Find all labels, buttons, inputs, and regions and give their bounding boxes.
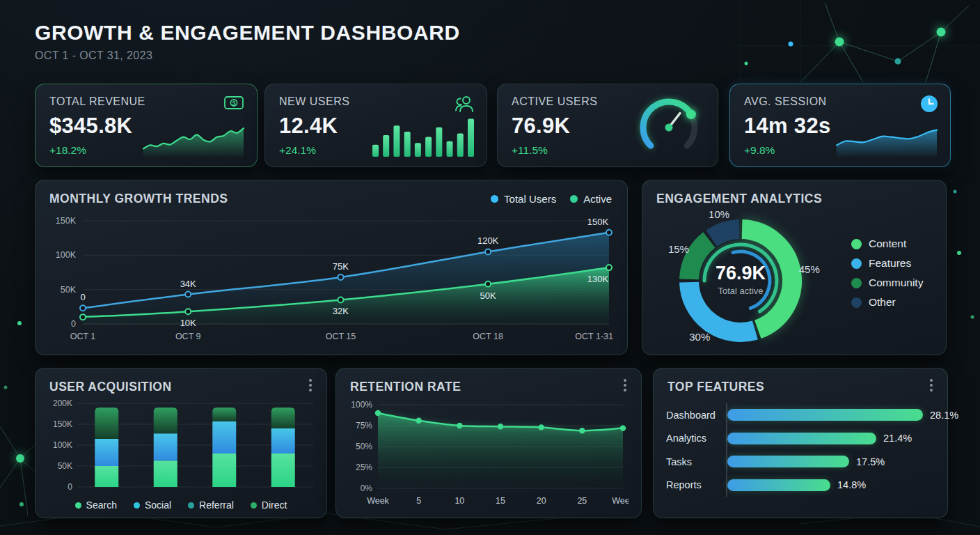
- kpi-value: 12.4K: [279, 114, 338, 139]
- svg-text:25%: 25%: [356, 463, 372, 472]
- kpi-value: $345.8K: [49, 114, 132, 139]
- dashboard: GROWTH & ENGAGEMENT DASHBOARD OCT 1 - OC…: [0, 0, 980, 535]
- svg-text:150K: 150K: [53, 419, 72, 429]
- acquisition-chart: 200K150K100K50K0: [45, 398, 317, 502]
- svg-text:45%: 45%: [799, 263, 820, 275]
- monthly-chart: 150K100K50K0034K75K120K150K10K32K50K130K…: [49, 212, 613, 349]
- kpi-delta: +9.8%: [744, 144, 775, 157]
- engagement-legend: Content Features Community Other: [851, 238, 923, 309]
- feature-value: 17.5%: [856, 456, 885, 467]
- legend-dot: [570, 195, 578, 203]
- monthly-legend: Total Users Active: [491, 193, 612, 205]
- svg-text:50K: 50K: [58, 461, 72, 471]
- svg-text:0: 0: [68, 482, 72, 492]
- kpi-delta: +24.1%: [279, 144, 316, 157]
- panel-title: RETENTION RATE: [350, 380, 461, 394]
- svg-text:50K: 50K: [480, 290, 496, 301]
- menu-button[interactable]: [617, 377, 633, 394]
- feature-value: 14.8%: [837, 479, 866, 490]
- svg-text:50%: 50%: [356, 442, 372, 451]
- date-range: OCT 1 - OCT 31, 2023: [35, 49, 460, 62]
- svg-text:75%: 75%: [356, 421, 372, 431]
- svg-text:Week: Week: [612, 496, 629, 506]
- svg-text:100K: 100K: [53, 440, 72, 450]
- svg-text:15%: 15%: [668, 243, 689, 255]
- panel-retention: RETENTION RATE 100%75%50%25%0%Week510152…: [335, 368, 642, 518]
- dashboard-header: GROWTH & ENGAGEMENT DASHBOARD OCT 1 - OC…: [35, 21, 460, 62]
- svg-text:10: 10: [455, 496, 464, 506]
- panel-top-features: TOP FEATURES Dashboard 28.1% Analytics 2…: [653, 368, 948, 518]
- users-icon: [453, 94, 475, 114]
- svg-text:100K: 100K: [56, 250, 77, 260]
- legend-features[interactable]: Features: [851, 257, 923, 270]
- feature-bar: [727, 433, 876, 444]
- retention-chart: 100%75%50%25%0%Week510152025Week: [347, 398, 629, 511]
- feature-value: 28.1%: [930, 410, 958, 421]
- legend-referral[interactable]: Referral: [188, 499, 234, 511]
- kpi-value: 76.9K: [512, 114, 570, 139]
- svg-text:OCT 15: OCT 15: [326, 332, 356, 341]
- svg-text:OCT 1: OCT 1: [70, 332, 96, 341]
- svg-text:150K: 150K: [587, 217, 609, 227]
- kpi-card-total-revenue: TOTAL REVENUE $345.8K +18.2% $: [35, 84, 258, 167]
- kpi-label: NEW USERS: [279, 95, 349, 108]
- kpi-value: 14m 32s: [744, 114, 830, 139]
- svg-text:50K: 50K: [61, 285, 77, 295]
- legend-community[interactable]: Community: [851, 277, 923, 289]
- kpi-delta: +11.5%: [512, 144, 548, 157]
- svg-text:0: 0: [80, 292, 85, 302]
- feature-row-reports: Reports 14.8%: [666, 474, 936, 497]
- top-features-list: Dashboard 28.1% Analytics 21.4% Tasks 17…: [666, 403, 936, 497]
- legend-total-users[interactable]: Total Users: [491, 193, 556, 205]
- svg-text:20: 20: [537, 496, 546, 506]
- feature-value: 21.4%: [883, 433, 912, 444]
- feature-bar: [727, 456, 849, 467]
- svg-text:100%: 100%: [351, 400, 372, 410]
- svg-text:32K: 32K: [333, 306, 349, 316]
- menu-button[interactable]: [924, 377, 939, 394]
- kpi-card-active-users: ACTIVE USERS 76.9K +11.5%: [497, 84, 718, 167]
- panel-title: MONTHLY GROWTH TRENDS: [49, 192, 228, 206]
- kpi-card-new-users: NEW USERS 12.4K +24.1%: [264, 84, 487, 167]
- svg-text:0%: 0%: [361, 483, 373, 493]
- legend-active[interactable]: Active: [570, 193, 612, 205]
- legend-dot: [491, 195, 498, 203]
- svg-text:OCT 1-31: OCT 1-31: [575, 332, 613, 341]
- kpi-label: TOTAL REVENUE: [49, 95, 145, 108]
- svg-text:75K: 75K: [333, 261, 349, 272]
- svg-text:130K: 130K: [587, 274, 609, 284]
- panel-monthly-growth: MONTHLY GROWTH TRENDS Total Users Active…: [35, 180, 628, 355]
- engagement-donut: 45%30%15%10%: [642, 206, 851, 350]
- feature-row-analytics: Analytics 21.4%: [666, 427, 936, 451]
- kpi-label: ACTIVE USERS: [512, 95, 597, 108]
- svg-text:OCT 18: OCT 18: [473, 332, 503, 341]
- panel-title: TOP FEATURES: [667, 380, 764, 394]
- svg-text:10K: 10K: [180, 318, 196, 328]
- svg-text:200K: 200K: [53, 398, 72, 408]
- menu-button[interactable]: [303, 377, 318, 394]
- svg-text:120K: 120K: [477, 235, 499, 246]
- panel-engagement: ENGAGEMENT ANALYTICS 45%30%15%10% 76.9K …: [642, 180, 947, 355]
- panel-title: USER ACQUISITION: [49, 380, 172, 394]
- kpi-label: AVG. SESSION: [744, 95, 827, 108]
- page-title: GROWTH & ENGAGEMENT DASHBOARD: [35, 21, 460, 45]
- clock-icon: [919, 94, 939, 114]
- svg-text:Week: Week: [367, 496, 389, 506]
- acquisition-legend: Search Social Referral Direct: [35, 499, 326, 511]
- svg-text:34K: 34K: [180, 279, 196, 289]
- svg-text:5: 5: [416, 496, 421, 506]
- legend-social[interactable]: Social: [134, 499, 171, 511]
- svg-text:OCT 9: OCT 9: [175, 332, 201, 341]
- legend-other[interactable]: Other: [851, 296, 923, 309]
- session-sparkline: [835, 118, 939, 158]
- svg-text:150K: 150K: [56, 216, 77, 226]
- svg-text:25: 25: [577, 496, 587, 506]
- legend-content[interactable]: Content: [851, 238, 923, 250]
- legend-search[interactable]: Search: [75, 499, 117, 511]
- panel-title: ENGAGEMENT ANALYTICS: [656, 192, 822, 206]
- svg-text:15: 15: [496, 496, 505, 506]
- panel-user-acquisition: USER ACQUISITION 200K150K100K50K0 Search…: [35, 368, 327, 518]
- legend-direct[interactable]: Direct: [251, 499, 287, 511]
- active-users-gauge: [633, 90, 705, 161]
- feature-bar: [727, 409, 923, 421]
